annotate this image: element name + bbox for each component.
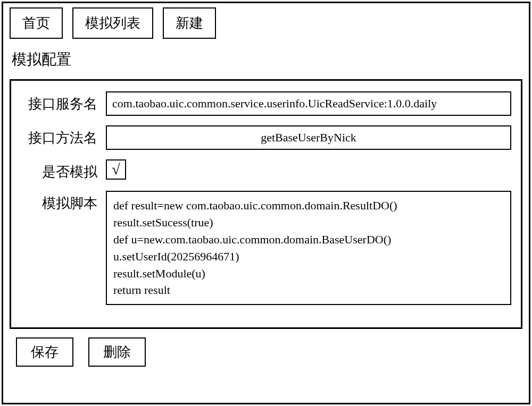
is-mock-checkbox[interactable]: √ — [106, 159, 126, 180]
is-mock-label: 是否模拟 — [21, 159, 106, 181]
save-button[interactable]: 保存 — [16, 337, 73, 367]
script-label: 模拟脚本 — [21, 191, 106, 213]
is-mock-row: 是否模拟 √ — [21, 159, 511, 181]
section-title: 模拟配置 — [12, 49, 522, 70]
mock-list-button[interactable]: 模拟列表 — [72, 7, 153, 39]
service-name-row: 接口服务名 com.taobao.uic.common.service.user… — [21, 91, 511, 116]
service-name-input[interactable]: com.taobao.uic.common.service.userinfo.U… — [106, 91, 511, 116]
bottom-actions: 保存 删除 — [16, 337, 522, 367]
service-name-label: 接口服务名 — [21, 91, 106, 113]
top-nav: 首页 模拟列表 新建 — [10, 7, 522, 39]
config-panel: 接口服务名 com.taobao.uic.common.service.user… — [10, 79, 522, 329]
method-name-row: 接口方法名 getBaseUserByNick — [21, 125, 511, 150]
method-name-input[interactable]: getBaseUserByNick — [106, 125, 511, 150]
new-button[interactable]: 新建 — [163, 7, 216, 39]
script-textarea[interactable]: def result=new com.taobao.uic.common.dom… — [106, 191, 511, 305]
script-row: 模拟脚本 def result=new com.taobao.uic.commo… — [21, 191, 511, 305]
main-frame: 首页 模拟列表 新建 模拟配置 接口服务名 com.taobao.uic.com… — [2, 2, 530, 404]
home-button[interactable]: 首页 — [10, 7, 63, 39]
delete-button[interactable]: 删除 — [88, 337, 146, 367]
method-name-label: 接口方法名 — [21, 125, 106, 147]
